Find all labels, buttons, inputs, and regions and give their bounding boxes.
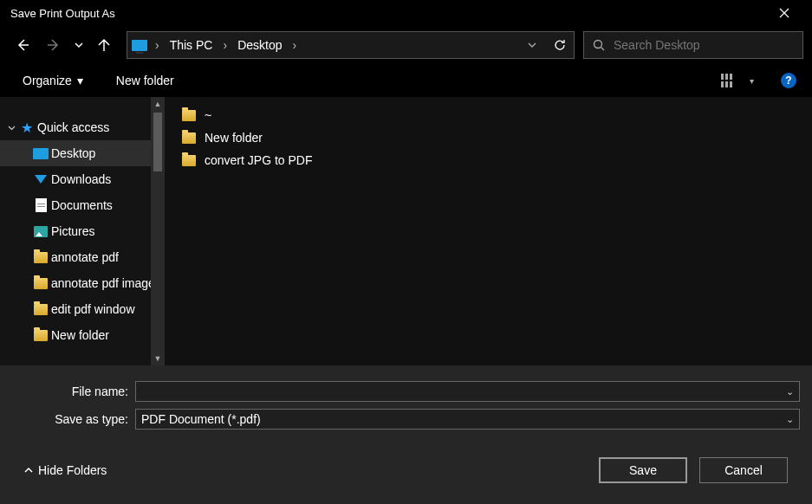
- search-box[interactable]: [583, 31, 803, 59]
- filetype-value: PDF Document (*.pdf): [136, 412, 780, 426]
- folder-icon: [31, 330, 50, 341]
- recent-dropdown[interactable]: [71, 31, 87, 59]
- new-folder-button[interactable]: New folder: [113, 70, 178, 91]
- arrow-right-icon: [47, 38, 61, 52]
- refresh-icon: [554, 39, 566, 51]
- sidebar-item-label: Documents: [50, 198, 147, 212]
- organize-label: Organize: [23, 74, 72, 87]
- file-name: convert JPG to PDF: [199, 153, 312, 167]
- sidebar-item-downloads[interactable]: Downloads 📌: [0, 166, 165, 192]
- help-icon: ?: [785, 74, 791, 87]
- back-button[interactable]: [9, 31, 36, 59]
- sidebar-item-label: Downloads: [50, 172, 147, 186]
- view-mode-button[interactable]: [718, 70, 739, 91]
- desktop-icon: [31, 148, 50, 159]
- filename-dropdown[interactable]: ⌄: [780, 386, 799, 397]
- svg-rect-4: [721, 81, 724, 87]
- dialog-footer: Hide Folders Save Cancel: [12, 436, 800, 495]
- scroll-down-icon[interactable]: ▼: [151, 352, 165, 365]
- folder-icon: [179, 110, 199, 121]
- breadcrumb[interactable]: › This PC › Desktop ›: [127, 31, 575, 59]
- sidebar-item-folder[interactable]: New folder: [0, 322, 165, 348]
- scrollbar-thumb[interactable]: [153, 113, 162, 171]
- organize-menu[interactable]: Organize ▾: [19, 70, 87, 91]
- folder-icon: [31, 252, 50, 263]
- file-item[interactable]: convert JPG to PDF: [179, 149, 812, 171]
- file-pane[interactable]: ~ New folder convert JPG to PDF: [165, 97, 812, 365]
- nav-bar: › This PC › Desktop ›: [0, 26, 812, 64]
- file-item[interactable]: New folder: [179, 126, 812, 149]
- sidebar: ★ Quick access Desktop 📌 Downloads 📌 Doc…: [0, 97, 165, 365]
- main-split: ★ Quick access Desktop 📌 Downloads 📌 Doc…: [0, 97, 812, 365]
- sidebar-item-desktop[interactable]: Desktop 📌: [0, 140, 165, 166]
- chevron-down-icon: ▾: [750, 76, 754, 86]
- chevron-down-icon: [75, 41, 83, 49]
- filename-row: File name: ⌄: [12, 381, 800, 402]
- folder-icon: [179, 155, 199, 166]
- svg-point-0: [594, 41, 602, 48]
- forward-button[interactable]: [40, 31, 68, 59]
- sidebar-item-documents[interactable]: Documents 📌: [0, 192, 165, 218]
- view-dropdown[interactable]: ▾: [744, 70, 758, 91]
- folder-icon: [31, 304, 50, 315]
- filetype-dropdown[interactable]: ⌄: [780, 414, 799, 425]
- filetype-label: Save as type:: [12, 412, 135, 426]
- breadcrumb-this-pc[interactable]: This PC: [163, 38, 220, 52]
- sidebar-item-folder[interactable]: edit pdf window: [0, 296, 165, 322]
- filename-input[interactable]: [136, 384, 780, 398]
- file-name: New folder: [199, 131, 263, 145]
- sidebar-item-pictures[interactable]: Pictures 📌: [0, 218, 165, 244]
- filename-combo[interactable]: ⌄: [135, 381, 800, 402]
- close-button[interactable]: [764, 0, 803, 26]
- folder-icon: [179, 132, 199, 144]
- folder-icon: [31, 278, 50, 289]
- pc-icon[interactable]: [127, 33, 152, 57]
- sidebar-scrollbar[interactable]: ▲ ▼: [151, 97, 165, 365]
- breadcrumb-desktop[interactable]: Desktop: [231, 38, 289, 52]
- breadcrumb-sep-icon: ›: [289, 38, 301, 52]
- downloads-icon: [31, 175, 50, 184]
- file-item[interactable]: ~: [179, 104, 812, 126]
- filetype-row: Save as type: PDF Document (*.pdf) ⌄: [12, 409, 800, 430]
- chevron-down-icon: ⌄: [786, 386, 794, 397]
- sidebar-item-label: Pictures: [50, 224, 147, 238]
- breadcrumb-sep-icon: ›: [152, 38, 163, 52]
- address-dropdown[interactable]: [518, 31, 546, 59]
- chevron-up-icon: [24, 466, 33, 475]
- new-folder-label: New folder: [116, 74, 174, 87]
- search-input[interactable]: [614, 38, 802, 52]
- save-button[interactable]: Save: [599, 457, 687, 483]
- title-bar: Save Print Output As: [0, 0, 812, 26]
- toolbar: Organize ▾ New folder ▾ ?: [0, 64, 812, 97]
- svg-rect-6: [730, 81, 732, 87]
- hide-folders-label: Hide Folders: [38, 463, 107, 477]
- cancel-button[interactable]: Cancel: [699, 457, 788, 483]
- save-form: File name: ⌄ Save as type: PDF Document …: [0, 365, 812, 504]
- nav-tree: ★ Quick access Desktop 📌 Downloads 📌 Doc…: [0, 97, 165, 348]
- filename-label: File name:: [12, 384, 135, 398]
- chevron-down-icon: ⌄: [786, 414, 794, 425]
- breadcrumb-sep-icon: ›: [219, 38, 231, 52]
- svg-rect-5: [725, 81, 728, 87]
- sidebar-item-label: edit pdf window: [50, 302, 165, 316]
- sidebar-item-label: New folder: [50, 328, 165, 342]
- refresh-button[interactable]: [546, 31, 574, 59]
- collapse-icon[interactable]: [5, 124, 17, 132]
- file-name: ~: [199, 108, 211, 122]
- scroll-up-icon[interactable]: ▲: [151, 97, 165, 111]
- star-icon: ★: [17, 120, 36, 136]
- sidebar-item-folder[interactable]: annotate pdf images: [0, 270, 165, 296]
- close-icon: [779, 8, 789, 18]
- dialog-title: Save Print Output As: [9, 7, 764, 20]
- chevron-down-icon: ▾: [77, 74, 83, 87]
- help-button[interactable]: ?: [781, 73, 796, 88]
- sidebar-quick-access[interactable]: ★ Quick access: [0, 114, 165, 140]
- up-button[interactable]: [90, 31, 118, 59]
- view-grid-icon: [721, 74, 737, 87]
- hide-folders-button[interactable]: Hide Folders: [24, 463, 107, 477]
- svg-rect-3: [730, 74, 732, 80]
- sidebar-item-label: Quick access: [36, 120, 165, 134]
- sidebar-item-folder[interactable]: annotate pdf: [0, 244, 165, 270]
- filetype-combo[interactable]: PDF Document (*.pdf) ⌄: [135, 409, 800, 430]
- sidebar-item-label: annotate pdf images: [50, 276, 165, 290]
